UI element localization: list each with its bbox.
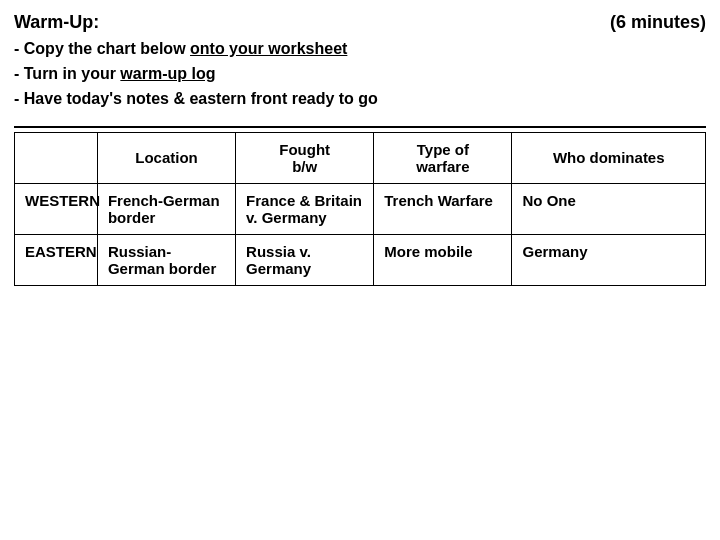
main-table: Location Foughtb/w Type ofwarfare Who do… (14, 132, 706, 286)
col-header-fought: Foughtb/w (236, 132, 374, 183)
cell-western-front: WESTERN (15, 183, 98, 234)
title-line: Warm-Up: (6 minutes) (14, 10, 706, 35)
bullet-2: - Turn in your warm-up log (14, 62, 706, 87)
col-header-type: Type ofwarfare (374, 132, 512, 183)
bullet-1: - Copy the chart below onto your workshe… (14, 37, 706, 62)
cell-eastern-who: Germany (512, 234, 706, 285)
cell-western-type: Trench Warfare (374, 183, 512, 234)
cell-western-location: French-German border (97, 183, 235, 234)
table-header-row: Location Foughtb/w Type ofwarfare Who do… (15, 132, 706, 183)
cell-eastern-fought: Russia v. Germany (236, 234, 374, 285)
cell-eastern-front: EASTERN (15, 234, 98, 285)
col-header-location: Location (97, 132, 235, 183)
table-row-western: WESTERN French-German border France & Br… (15, 183, 706, 234)
table-row-eastern: EASTERN Russian-German border Russia v. … (15, 234, 706, 285)
col-header-front (15, 132, 98, 183)
table-wrapper: Location Foughtb/w Type ofwarfare Who do… (0, 132, 720, 286)
cell-western-fought: France & Britain v. Germany (236, 183, 374, 234)
col-header-who: Who dominates (512, 132, 706, 183)
cell-eastern-location: Russian-German border (97, 234, 235, 285)
title-right: (6 minutes) (610, 10, 706, 35)
header-bullets: - Copy the chart below onto your workshe… (14, 37, 706, 111)
cell-western-who: No One (512, 183, 706, 234)
header-section: Warm-Up: (6 minutes) - Copy the chart be… (0, 0, 720, 118)
cell-eastern-type: More mobile (374, 234, 512, 285)
divider (14, 126, 706, 128)
title-left: Warm-Up: (14, 12, 99, 32)
bullet-3: - Have today's notes & eastern front rea… (14, 87, 706, 112)
